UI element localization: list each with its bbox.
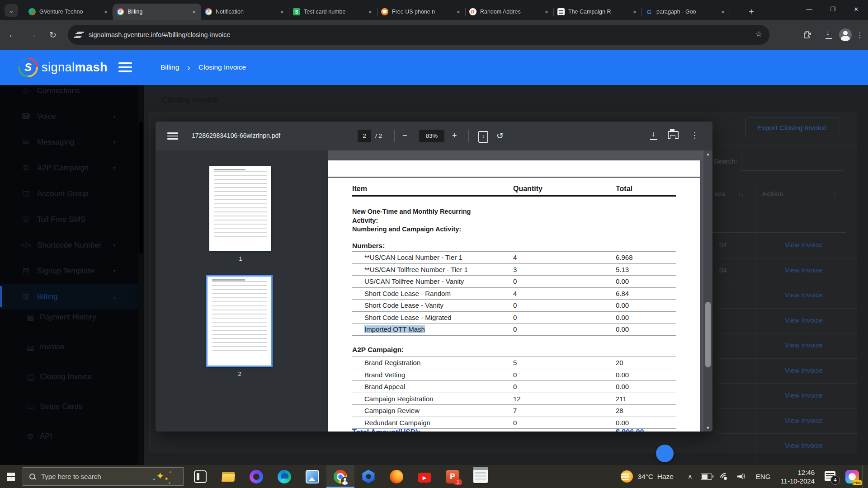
url-text[interactable]: signalmash.gventure.info/#/billing/closi… bbox=[89, 31, 231, 38]
browser-tab[interactable]: GVenture Techno ✕ bbox=[25, 4, 113, 20]
speaker-icon[interactable] bbox=[737, 473, 747, 480]
scroll-up-icon[interactable]: ▲ bbox=[703, 150, 712, 158]
taskbar-app-icon[interactable] bbox=[186, 465, 214, 488]
taskbar-app-icon[interactable] bbox=[298, 465, 326, 488]
taskbar-search[interactable]: Type here to search ✦✦ bbox=[23, 467, 184, 486]
export-closing-invoice-button[interactable]: Export Closing Invoice bbox=[745, 117, 839, 138]
tab-close-icon[interactable]: ✕ bbox=[719, 8, 726, 15]
view-invoice-link[interactable]: View Invoice bbox=[779, 366, 829, 374]
sidebar-subitem[interactable]: ▭ Stripe Cards bbox=[0, 392, 138, 422]
signalmash-logo-icon[interactable]: S bbox=[18, 57, 38, 77]
tab-close-icon[interactable]: ✕ bbox=[367, 8, 374, 15]
maximize-button[interactable]: ❐ bbox=[821, 0, 844, 18]
pdf-download-icon[interactable] bbox=[647, 129, 660, 142]
sort-icon[interactable]: ↑↓ bbox=[830, 190, 836, 197]
view-invoice-link[interactable]: View Invoice bbox=[779, 291, 829, 299]
view-invoice-link[interactable]: View Invoice bbox=[779, 391, 829, 399]
taxes-column-header[interactable]: xes bbox=[714, 190, 726, 198]
sidebar-item[interactable]: ▤ Signup Template ▾ bbox=[0, 258, 138, 284]
sidebar-item[interactable]: ◇ Connections bbox=[0, 85, 138, 103]
sidebar-subitem[interactable]: ⚙ API bbox=[0, 422, 138, 451]
sidebar-subitem[interactable]: ▤ Invoice bbox=[0, 332, 138, 362]
browser-tab[interactable]: S Notification ✕ bbox=[201, 4, 289, 20]
tab-close-icon[interactable]: ✕ bbox=[278, 8, 286, 15]
pdf-zoom-level[interactable]: 83% bbox=[419, 130, 444, 142]
sidebar-item[interactable]: ⚙ A2P Campaign ▾ bbox=[0, 155, 138, 181]
clock[interactable]: 12:46 11-10-2024 bbox=[780, 468, 815, 485]
forward-button[interactable]: → bbox=[26, 28, 39, 42]
page-2-thumbnail-selected[interactable] bbox=[206, 275, 273, 367]
fit-to-page-icon[interactable]: ↕ bbox=[478, 131, 488, 143]
downloads-icon[interactable] bbox=[822, 28, 835, 42]
pdf-page[interactable]: Item Quantity Total New One-Time and Mon… bbox=[328, 160, 700, 432]
view-invoice-link[interactable]: View Invoice bbox=[779, 241, 829, 249]
browser-tab[interactable]: G paragaph - Goo ✕ bbox=[642, 4, 730, 20]
taskbar-app-icon[interactable]: ▶ bbox=[410, 465, 439, 488]
bookmark-star-icon[interactable]: ☆ bbox=[755, 29, 762, 39]
language-indicator[interactable]: ENG bbox=[756, 473, 771, 480]
pdf-menu-icon[interactable] bbox=[167, 132, 178, 140]
browser-tab[interactable]: ☎ Free US phone n ✕ bbox=[377, 4, 466, 20]
weather-widget[interactable]: 34°C Haze bbox=[621, 470, 673, 483]
taskbar-app-icon[interactable] bbox=[354, 465, 382, 488]
search-input[interactable] bbox=[741, 153, 843, 171]
start-button[interactable] bbox=[0, 465, 22, 488]
taskbar-app-icon[interactable] bbox=[270, 465, 298, 488]
tab-close-icon[interactable]: ✕ bbox=[190, 8, 198, 15]
show-desktop-button[interactable] bbox=[862, 465, 865, 488]
battery-icon[interactable] bbox=[701, 474, 712, 480]
pdf-scrollbar[interactable]: ▲ ▼ bbox=[703, 150, 712, 432]
tab-close-icon[interactable]: ✕ bbox=[543, 8, 550, 15]
tab-search-button[interactable]: ⌄ bbox=[5, 4, 18, 17]
scroll-down-icon[interactable]: ▼ bbox=[703, 424, 712, 432]
sidebar-scrollbar[interactable] bbox=[138, 85, 144, 465]
zoom-out-icon[interactable]: − bbox=[402, 131, 407, 141]
back-button[interactable]: ← bbox=[5, 28, 19, 42]
view-invoice-link[interactable]: View Invoice bbox=[779, 316, 829, 324]
taskbar-app-icon[interactable]: P 1 bbox=[439, 465, 467, 488]
view-invoice-link[interactable]: View Invoice bbox=[779, 441, 829, 449]
sidebar-item[interactable]: ◫ Account Group bbox=[0, 181, 138, 206]
view-invoice-link[interactable]: View Invoice bbox=[779, 266, 829, 274]
sidebar-toggle-icon[interactable] bbox=[118, 62, 132, 72]
taskbar-app-icon[interactable] bbox=[214, 465, 242, 488]
extensions-icon[interactable] bbox=[801, 28, 814, 42]
sidebar-item[interactable]: ✉ Messaging ▾ bbox=[0, 129, 138, 155]
browser-menu-icon[interactable]: ⋮ bbox=[855, 31, 864, 39]
tab-close-icon[interactable]: ✕ bbox=[631, 8, 638, 15]
profile-avatar[interactable] bbox=[839, 28, 852, 41]
scrollbar-thumb[interactable] bbox=[705, 302, 711, 367]
browser-tab[interactable]: S Test card numbe ✕ bbox=[289, 4, 377, 20]
minimize-button[interactable]: — bbox=[797, 0, 821, 18]
taskbar-app-icon[interactable] bbox=[242, 465, 270, 488]
browser-tab[interactable]: The Campaign R ✕ bbox=[554, 4, 642, 20]
browser-tab[interactable]: R Random Addres ✕ bbox=[466, 4, 554, 20]
tray-chevron-icon[interactable]: ∧ bbox=[688, 473, 693, 479]
sidebar-item[interactable]: </> Shortcode Number ▾ bbox=[0, 232, 138, 258]
pdf-menu-kebab-icon[interactable]: ⋮ bbox=[691, 131, 698, 140]
action-center-icon[interactable]: 4 bbox=[825, 471, 836, 482]
action-column-header[interactable]: Action bbox=[762, 190, 783, 198]
chat-fab-button[interactable] bbox=[656, 445, 674, 462]
taskbar-app-icon[interactable] bbox=[382, 465, 410, 488]
new-tab-button[interactable]: + bbox=[745, 5, 758, 18]
sort-icon[interactable]: ↑↓ bbox=[738, 190, 744, 197]
close-button[interactable]: ✕ bbox=[844, 0, 868, 18]
zoom-in-icon[interactable]: + bbox=[452, 131, 457, 141]
reload-button[interactable]: ↻ bbox=[46, 28, 60, 42]
taskbar-app-icon[interactable] bbox=[326, 465, 354, 488]
site-info-icon[interactable] bbox=[75, 31, 82, 38]
page-1-thumbnail[interactable] bbox=[209, 166, 271, 251]
wifi-icon[interactable] bbox=[720, 473, 729, 480]
breadcrumb-parent[interactable]: Billing bbox=[160, 63, 179, 71]
sidebar-subitem[interactable]: ▦ Payment History bbox=[0, 302, 138, 332]
address-bar[interactable]: signalmash.gventure.info/#/billing/closi… bbox=[68, 25, 769, 45]
copilot-icon[interactable]: PRE bbox=[845, 470, 859, 483]
tab-close-icon[interactable]: ✕ bbox=[102, 8, 109, 15]
tab-close-icon[interactable]: ✕ bbox=[455, 8, 462, 15]
rotate-icon[interactable]: ↺ bbox=[496, 131, 504, 141]
view-invoice-link[interactable]: View Invoice bbox=[779, 341, 829, 349]
view-invoice-link[interactable]: View Invoice bbox=[779, 417, 829, 424]
browser-tab[interactable]: S Billing ✕ bbox=[113, 4, 201, 20]
sidebar-item[interactable]: ☏ Toll Free SMS bbox=[0, 206, 138, 232]
